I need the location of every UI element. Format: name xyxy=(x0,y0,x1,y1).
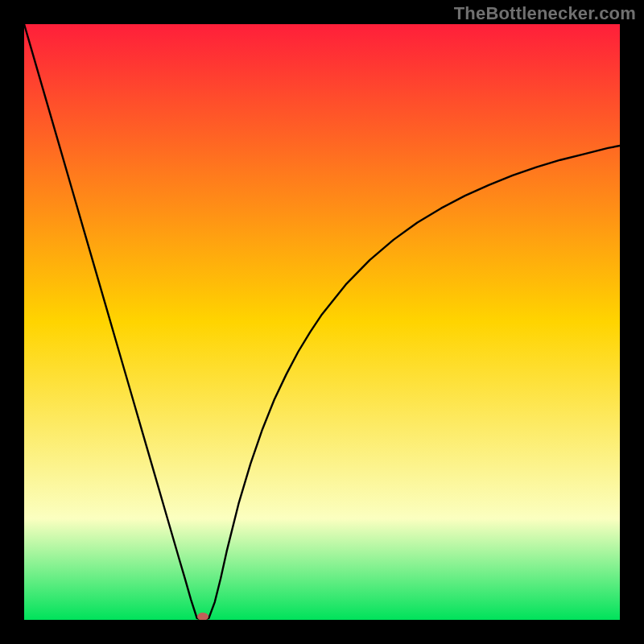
bottleneck-curve xyxy=(24,24,620,620)
minimum-marker xyxy=(197,613,208,620)
watermark-text: TheBottlenecker.com xyxy=(454,3,636,24)
plot-area xyxy=(24,24,620,620)
chart-frame: TheBottlenecker.com xyxy=(0,0,644,644)
